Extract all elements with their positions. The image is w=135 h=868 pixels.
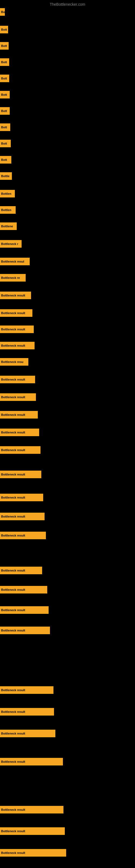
bar-row: Bottleneck result: [0, 627, 50, 634]
bar-row: Bott: [0, 58, 9, 66]
bar-row: Bottleneck re: [0, 274, 26, 282]
bar-item: Bott: [0, 26, 8, 33]
bar-item: Bottleneck result: [0, 730, 55, 737]
bar-row: Bott: [0, 156, 11, 163]
bar-row: Bottleneck result: [0, 291, 31, 299]
bar-item: Bottleneck result: [0, 393, 36, 401]
bar-item: Bottleneck resu: [0, 358, 28, 366]
bar-row: Bottlen: [0, 190, 15, 197]
bar-row: Bottlene: [0, 222, 17, 230]
bar-row: Bottleneck result: [0, 758, 63, 766]
bar-row: Bottleneck result: [0, 532, 46, 539]
bar-item: Bottlen: [0, 206, 16, 214]
bar-item: Bottleneck result: [0, 309, 32, 317]
bar-item: Bottleneck result: [0, 567, 42, 574]
bar-row: Bottleneck result: [0, 586, 47, 593]
bar-item: Bott: [0, 107, 10, 115]
bar-row: Bottleneck resul: [0, 258, 30, 265]
bar-row: Bottleneck result: [0, 686, 53, 694]
bar-row: Bottleneck result: [0, 471, 41, 478]
bar-row: Bottleneck resu: [0, 358, 28, 366]
bar-row: Bottleneck result: [0, 567, 42, 574]
bar-row: Bottleneck result: [0, 326, 34, 333]
bar-row: Bott: [0, 26, 8, 33]
bar-item: Bottleneck result: [0, 586, 47, 593]
bar-item: Bottleneck resul: [0, 258, 30, 265]
bar-row: Bottleneck result: [0, 494, 43, 501]
bar-item: Bottleneck re: [0, 274, 26, 282]
bar-item: Bottleneck result: [0, 827, 65, 835]
bar-item: Bottle: [0, 172, 12, 180]
bar-row: Bottleneck result: [0, 806, 63, 813]
bar-row: Bott: [0, 107, 10, 115]
bar-row: Bottleneck result: [0, 849, 66, 857]
bar-item: Bott: [0, 74, 9, 82]
bar-item: Bott: [0, 42, 9, 50]
bar-row: Bottleneck result: [0, 342, 35, 349]
bars-container: BoBottBottBottBottBottBottBottBottBottBo…: [0, 8, 135, 868]
bar-item: Bottleneck result: [0, 411, 38, 418]
bar-row: Bottleneck result: [0, 827, 65, 835]
bar-row: Bottleneck result: [0, 411, 38, 418]
bar-row: Bottlen: [0, 206, 16, 214]
bar-item: Bott: [0, 140, 11, 147]
bar-item: Bott: [0, 123, 10, 131]
bar-item: Bottleneck result: [0, 471, 41, 478]
bar-row: Bottleneck result: [0, 309, 32, 317]
bar-item: Bott: [0, 58, 9, 66]
bar-row: Bo: [0, 8, 5, 16]
bar-item: Bottleneck result: [0, 627, 50, 634]
bar-row: Bottleneck result: [0, 429, 39, 436]
bar-item: Bottleneck result: [0, 494, 43, 501]
bar-item: Bottleneck result: [0, 446, 41, 454]
bar-row: Bott: [0, 42, 9, 50]
bar-row: Bott: [0, 140, 11, 147]
bar-item: Bo: [0, 8, 5, 16]
bar-item: Bott: [0, 91, 10, 98]
bar-row: Bottle: [0, 172, 12, 180]
bar-item: Bottleneck result: [0, 429, 39, 436]
bar-item: Bottleneck result: [0, 708, 54, 716]
bar-row: Bottleneck result: [0, 708, 54, 716]
bar-item: Bott: [0, 156, 11, 163]
bar-row: Bottleneck r: [0, 240, 21, 248]
bar-item: Bottleneck result: [0, 326, 34, 333]
bar-item: Bottleneck result: [0, 686, 53, 694]
bar-row: Bottleneck result: [0, 730, 55, 737]
bar-row: Bott: [0, 91, 10, 98]
bar-row: Bottleneck result: [0, 513, 45, 520]
bar-row: Bottleneck result: [0, 376, 35, 383]
bar-row: Bott: [0, 123, 10, 131]
bar-item: Bottlen: [0, 190, 15, 197]
bar-item: Bottleneck result: [0, 849, 66, 857]
site-title: TheBottlenecker.com: [0, 0, 135, 8]
bar-row: Bottleneck result: [0, 606, 49, 614]
bar-row: Bott: [0, 74, 9, 82]
bar-item: Bottleneck result: [0, 806, 63, 813]
bar-row: Bottleneck result: [0, 393, 36, 401]
bar-item: Bottleneck result: [0, 513, 45, 520]
bar-item: Bottleneck result: [0, 342, 35, 349]
bar-item: Bottleneck result: [0, 376, 35, 383]
bar-item: Bottleneck result: [0, 606, 49, 614]
bar-item: Bottleneck r: [0, 240, 21, 248]
bar-row: Bottleneck result: [0, 446, 41, 454]
bar-item: Bottlene: [0, 222, 17, 230]
bar-item: Bottleneck result: [0, 532, 46, 539]
bar-item: Bottleneck result: [0, 291, 31, 299]
bar-item: Bottleneck result: [0, 758, 63, 766]
